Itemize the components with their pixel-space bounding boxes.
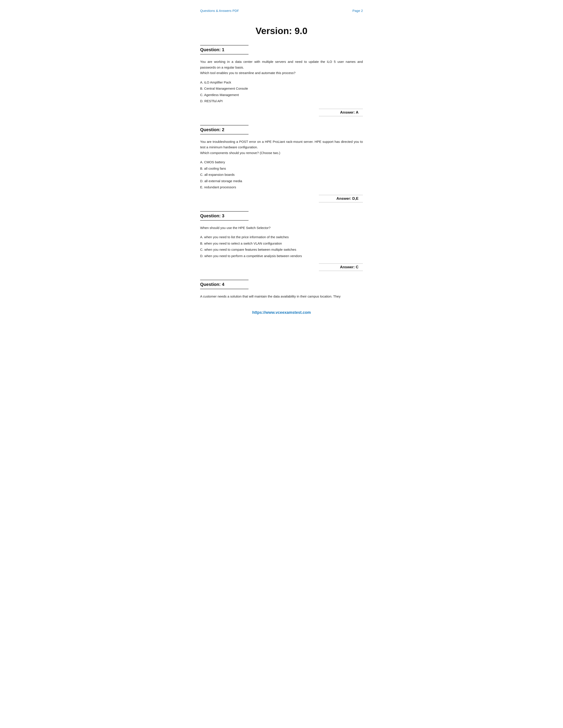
question-4: Question: 4A customer needs a solution t…: [200, 280, 363, 299]
question-1: Question: 1You are working in a data cen…: [200, 45, 363, 116]
option-item: B. Central Management Console: [200, 85, 363, 92]
option-item: D. when you need to perform a competitiv…: [200, 253, 363, 259]
footer-link[interactable]: https://www.vceexamstest.com: [200, 310, 363, 315]
question-2-body: You are troubleshooting a POST error on …: [200, 139, 363, 156]
option-item: C. all expansion boards: [200, 172, 363, 178]
option-item: B. all cooling fans: [200, 165, 363, 172]
question-4-body: A customer needs a solution that will ma…: [200, 294, 363, 299]
question-3-answer-box: Answer: C: [319, 263, 363, 271]
question-3: Question: 3When should you use the HPE S…: [200, 211, 363, 271]
questions-container: Question: 1You are working in a data cen…: [200, 45, 363, 299]
question-2-title: Question: 2: [200, 127, 224, 132]
question-2-answer-row: Answer: D,E: [200, 195, 363, 202]
question-4-title: Question: 4: [200, 282, 224, 287]
question-3-header: Question: 3: [200, 211, 248, 221]
question-1-answer-box: Answer: A: [319, 109, 363, 116]
question-2-options: A. CMOS batteryB. all cooling fansC. all…: [200, 159, 363, 191]
option-item: D. RESTful API: [200, 98, 363, 104]
option-item: A. when you need to list the price infor…: [200, 234, 363, 240]
option-item: A. CMOS battery: [200, 159, 363, 165]
question-1-header: Question: 1: [200, 45, 248, 54]
version-title: Version: 9.0: [200, 26, 363, 36]
option-item: D. all external storage media: [200, 178, 363, 184]
question-1-body: You are working in a data center with mu…: [200, 59, 363, 76]
question-1-title: Question: 1: [200, 47, 224, 52]
question-3-body: When should you use the HPE Switch Selec…: [200, 225, 363, 231]
option-item: B. when you need to select a switch VLAN…: [200, 240, 363, 247]
question-2-header: Question: 2: [200, 125, 248, 134]
question-2-answer-box: Answer: D,E: [319, 195, 363, 202]
header-right-label: Page 2: [352, 9, 363, 13]
option-item: E. redundant processors: [200, 184, 363, 191]
question-4-header: Question: 4: [200, 280, 248, 289]
question-1-options: A. iLO Amplifier PackB. Central Manageme…: [200, 79, 363, 104]
option-item: A. iLO Amplifier Pack: [200, 79, 363, 86]
question-2: Question: 2You are troubleshooting a POS…: [200, 125, 363, 202]
question-3-options: A. when you need to list the price infor…: [200, 234, 363, 259]
question-1-answer-row: Answer: A: [200, 109, 363, 116]
question-3-title: Question: 3: [200, 213, 224, 218]
option-item: C. Agentless Management: [200, 92, 363, 98]
option-item: C. when you need to compare features bet…: [200, 247, 363, 253]
header-left-label: Questions & Answers PDF: [200, 9, 239, 13]
question-3-answer-row: Answer: C: [200, 263, 363, 271]
page-header: Questions & Answers PDF Page 2: [200, 9, 363, 13]
